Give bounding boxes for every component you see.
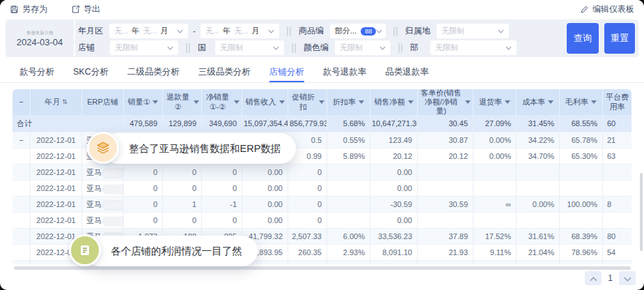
tab-6[interactable]: 品类退款率: [385, 61, 429, 82]
redacted-blur: [103, 201, 124, 209]
cell-discount-rate: [327, 261, 370, 264]
tab-2[interactable]: 二级品类分析: [127, 61, 180, 82]
col-expand[interactable]: −: [13, 89, 31, 115]
cell-return-rate: 9.11%: [473, 245, 517, 260]
sort-icon[interactable]: ⇅: [62, 98, 68, 106]
cell-net-sales-amount: [370, 261, 418, 264]
vertical-scrollbar[interactable]: [640, 173, 643, 251]
filter-dropdown-icon[interactable]: [505, 100, 510, 104]
expand-cell: [13, 261, 31, 264]
cell-net-sales-amount: 33,536.23: [370, 229, 418, 244]
filter-dropdown-icon[interactable]: [194, 100, 199, 104]
column-label: 成本率: [522, 98, 545, 107]
col-unit-price[interactable]: 客单价(销售净额/净销量): [418, 89, 473, 115]
region-select[interactable]: 无限制: [437, 24, 509, 38]
pencil-icon: [580, 5, 589, 14]
page-down-button[interactable]: [619, 271, 636, 285]
cell-net-sales-qty: -1: [202, 197, 242, 212]
tab-3[interactable]: 三级品类分析: [198, 61, 251, 82]
filter-dropdown-icon[interactable]: [465, 100, 471, 104]
expand-cell: [13, 229, 31, 244]
query-button[interactable]: 查询: [567, 23, 599, 54]
collapse-row-icon[interactable]: −: [13, 132, 31, 148]
dept-select[interactable]: 无限制: [430, 40, 517, 55]
tab-5[interactable]: 款号退款率: [323, 61, 367, 82]
col-erp-shop[interactable]: ERP店铺: [82, 89, 124, 115]
cell-unit-price: 20.12: [418, 148, 473, 164]
cell-promo-discount: 0: [288, 213, 327, 228]
col-net-sales-qty[interactable]: 净销量①-②: [202, 89, 242, 115]
horizontal-scrollbar[interactable]: [14, 266, 631, 270]
filter-dropdown-icon[interactable]: [152, 100, 158, 104]
tab-1[interactable]: SKC分析: [73, 61, 109, 82]
country-select[interactable]: 无限制: [215, 40, 284, 55]
tab-0[interactable]: 款号分析: [19, 61, 54, 82]
update-date-label: 数据更新日期: [26, 30, 53, 36]
col-net-sales-amount[interactable]: 销售净额: [370, 89, 418, 115]
edit-dashboard-button[interactable]: 编辑仪表板: [580, 3, 634, 15]
filter-dropdown-icon[interactable]: [408, 100, 414, 104]
cell-platform-fee-rate: 80: [603, 229, 631, 244]
cell-cost-rate: 21.04%: [517, 245, 560, 260]
col-discount-rate[interactable]: 折扣率: [327, 89, 370, 115]
filter-dropdown-icon[interactable]: [359, 100, 364, 104]
tab-4[interactable]: 店铺分析: [269, 61, 304, 82]
year-month-start-select[interactable]: 无... 年 无... 月: [109, 24, 188, 38]
cell-year-month: 2022-12-01: [31, 213, 82, 228]
col-sales-qty[interactable]: 销量①: [124, 89, 163, 115]
redacted-blur: [103, 218, 124, 225]
cell-sales-qty: 479,589: [124, 115, 163, 132]
cell-net-sales-qty: 0: [202, 213, 242, 228]
color-code-select[interactable]: 无限制: [335, 40, 391, 55]
cell-net-sales-amount: 20.12: [370, 148, 418, 164]
cell-net-sales-qty: 0: [202, 181, 242, 196]
product-code-select[interactable]: 部分... 88: [330, 24, 386, 38]
filter-dropdown-icon[interactable]: [591, 100, 597, 104]
filter-dropdown-icon[interactable]: [548, 100, 553, 104]
cell-refund-qty: 0: [163, 165, 202, 180]
col-sales-revenue[interactable]: 销售收入: [242, 89, 288, 115]
total-label: 合计: [13, 115, 124, 132]
cell-platform-fee-rate: 8: [603, 197, 631, 212]
cell-cost-rate: 34.70%: [517, 148, 560, 164]
col-platform-fee-rate[interactable]: 平台费用率: [603, 89, 631, 115]
col-promo-discount[interactable]: 促销折扣: [288, 89, 327, 115]
cell-sales-revenue: 0.00: [242, 181, 288, 196]
chevron-up-icon: [590, 273, 597, 284]
chevron-down-icon: [268, 29, 274, 33]
cell-return-rate: 17.52%: [473, 229, 517, 244]
expand-all-icon: −: [19, 98, 23, 107]
reset-button[interactable]: 重置: [604, 23, 635, 54]
year-month-end-select[interactable]: 无... 年 无... 月: [201, 24, 279, 38]
col-return-rate[interactable]: 退货率: [473, 89, 517, 115]
cell-erp-shop: 亚马: [82, 165, 124, 180]
col-refund-qty[interactable]: 退款量②: [163, 89, 202, 115]
cell-promo-discount: 260.35: [288, 245, 327, 260]
page-up-button[interactable]: [585, 271, 602, 285]
table-row: 2022-12-01亚马0000.0000.00: [13, 181, 631, 197]
cell-sales-qty: 0: [124, 165, 163, 180]
cell-sales-revenue: 15,097,354.42: [242, 115, 288, 132]
shop-select[interactable]: 无限制: [110, 40, 178, 55]
cell-discount-rate: 0.55%: [327, 132, 370, 148]
divider: [186, 43, 190, 53]
cell-erp-shop: 亚马: [82, 181, 124, 196]
month-placeholder: 无...: [234, 26, 248, 36]
cell-cost-rate: [517, 181, 560, 196]
export-button[interactable]: 导出: [71, 3, 100, 15]
cell-refund-qty: 0: [163, 213, 202, 228]
pagination: 1: [585, 271, 636, 285]
tooltip-bubble: 整合了亚马逊销售数据和ERP数据: [102, 133, 296, 164]
save-icon: [10, 5, 19, 14]
cell-refund-qty: 0: [163, 181, 202, 196]
col-gross-margin[interactable]: 毛利率: [560, 89, 603, 115]
col-year-month[interactable]: 年月⇅: [31, 89, 82, 115]
cell-erp-shop: 亚马: [82, 213, 124, 228]
month-placeholder: 无...: [143, 26, 157, 36]
filter-dropdown-icon[interactable]: [279, 100, 285, 104]
save-as-button[interactable]: 另存为: [10, 3, 47, 15]
col-cost-rate[interactable]: 成本率: [517, 89, 560, 115]
filter-dropdown-icon[interactable]: [234, 100, 239, 104]
filter-dropdown-icon[interactable]: [319, 100, 324, 104]
cell-net-sales-amount: 0.00: [370, 165, 418, 180]
